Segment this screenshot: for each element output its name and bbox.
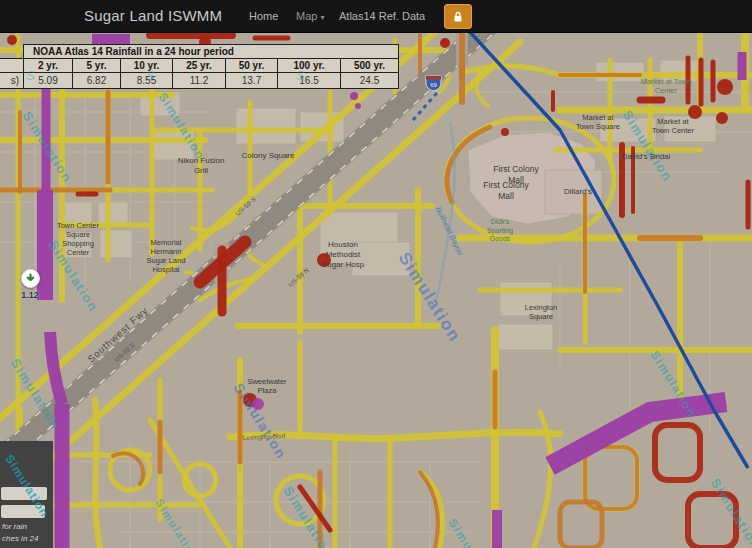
interstate-69-shield: 69: [426, 76, 441, 91]
value-cell: 11.2: [173, 73, 226, 89]
noaa-atlas14-table: NOAA Atlas 14 Rainfall in a 24 hour peri…: [0, 44, 399, 89]
map-label-dillards: Dillard's: [564, 187, 592, 196]
table-row-label-header: [0, 59, 24, 73]
rainfall-marker[interactable]: 1.12: [15, 269, 45, 300]
col-header: 2 yr.: [24, 59, 73, 73]
table-corner: [0, 45, 24, 59]
map-label-davids-bridal: David's Bridal: [622, 152, 671, 161]
chevron-down-icon: ▾: [320, 13, 324, 22]
col-header: 5 yr.: [73, 59, 121, 73]
map-label-colony-square: Colony Square: [242, 151, 295, 160]
svg-text:69: 69: [430, 82, 437, 88]
map-canvas[interactable]: 69 SimulationSimulationSimulationSimulat…: [0, 32, 752, 548]
popup-field[interactable]: [1, 487, 47, 500]
table-title: NOAA Atlas 14 Rainfall in a 24 hour peri…: [24, 45, 399, 59]
app-window: 69 SimulationSimulationSimulationSimulat…: [0, 0, 752, 548]
value-cell: 13.7: [226, 73, 278, 89]
col-header: 10 yr.: [121, 59, 173, 73]
col-header: 25 yr.: [173, 59, 226, 73]
map-label-dicks-sporting: Dick'sSportingGoods: [487, 218, 513, 242]
col-header: 50 yr.: [226, 59, 278, 73]
value-cell: 5.09: [24, 73, 73, 89]
top-bar: Sugar Land ISWMM Home Map▾ Atlas14 Ref. …: [0, 0, 752, 33]
popup-text-fragment: ches in 24: [2, 534, 38, 543]
col-header: 500 yr.: [341, 59, 399, 73]
popup-text-fragment: for rain: [2, 522, 27, 531]
lock-icon: [452, 11, 464, 23]
value-cell: 6.82: [73, 73, 121, 89]
app-title: Sugar Land ISWMM: [84, 7, 222, 24]
map-label-market-town-square: Market atTown Square: [576, 113, 620, 131]
nav-home[interactable]: Home: [249, 10, 278, 22]
row-label-fragment: s): [0, 73, 24, 89]
value-cell: 8.55: [121, 73, 173, 89]
value-cell: 16.5: [278, 73, 341, 89]
lock-button[interactable]: [444, 4, 472, 29]
map-label-market-town-center: Market atTown Center: [652, 117, 695, 135]
marker-value: 1.12: [15, 290, 45, 300]
col-header: 100 yr.: [278, 59, 341, 73]
value-cell: 24.5: [341, 73, 399, 89]
down-arrow-icon: [25, 273, 36, 284]
popup-field[interactable]: [1, 505, 45, 518]
cutoff-popup-panel: for rain ches in 24: [0, 441, 53, 548]
nav-map[interactable]: Map▾: [296, 10, 324, 22]
nav-atlas14-ref-data[interactable]: Atlas14 Ref. Data: [339, 10, 425, 22]
map-label-lexington-square: LexingtonSquare: [525, 303, 558, 321]
